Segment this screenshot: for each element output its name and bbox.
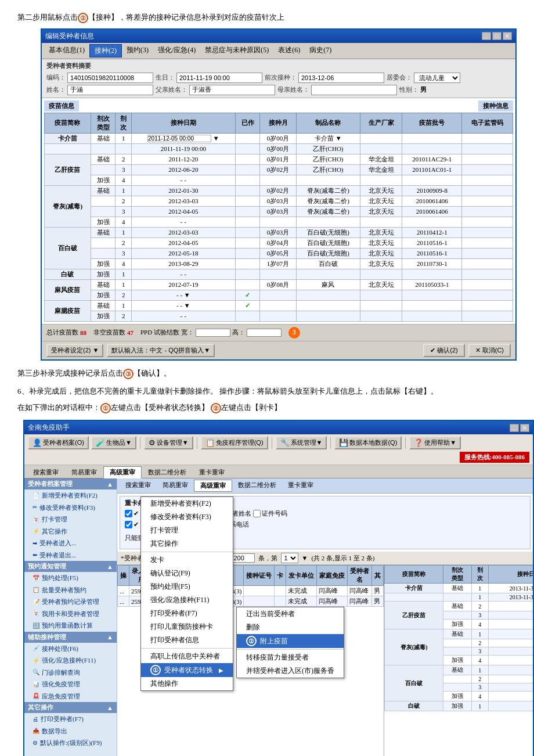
date-input[interactable]	[147, 135, 211, 142]
tab-data-analysis[interactable]: 数据二维分析	[142, 466, 193, 478]
minimize-btn-2[interactable]: _	[510, 424, 519, 432]
input-method-dropdown[interactable]: 默认输入法：中文 - QQ拼音输入▼	[107, 344, 215, 357]
tab-duplicate-review[interactable]: 重卡重审	[193, 466, 231, 478]
table-row[interactable]: 加强 2 - -	[45, 311, 513, 321]
table-row[interactable]: 脊灰(减毒) 基础 1 2012-01-30 0岁02月 脊灰(减毒二价) 北京…	[45, 185, 513, 196]
table-row[interactable]: 麻腮疫苗 基础 1 - - ▼ ✓	[45, 300, 513, 311]
maximize-btn[interactable]: □	[492, 32, 501, 40]
subctx-peel-card[interactable]: ② 附上疫苗	[237, 634, 344, 648]
ctx-print-person[interactable]: 打印受种者(F7)	[141, 607, 233, 620]
sidebar-item-exit[interactable]: ⬅ 受种者退出...	[24, 549, 117, 561]
window2-controls[interactable]: _ ✕	[510, 424, 529, 432]
mother-input[interactable]	[311, 85, 397, 95]
ctx-status-transform[interactable]: ① 受种者状态转换 ▶	[141, 663, 233, 677]
menu-description[interactable]: 表述(6)	[273, 44, 305, 57]
toolbar-bio-btn[interactable]: 🧪 生物品▼	[91, 436, 136, 449]
menu-basic-info[interactable]: 基本信息(1)	[44, 44, 89, 57]
table-row[interactable]: 加强 4 - -	[45, 217, 513, 227]
menu-vaccination[interactable]: 接种(2)	[89, 44, 122, 57]
ctx-print-info[interactable]: 打印受种者信息	[141, 633, 233, 647]
ctx-confirm-reg[interactable]: 确认登记(F9)	[141, 567, 233, 580]
sidebar-item-appt[interactable]: 📅 预约处理(F5)	[24, 572, 117, 584]
sidebar-item-add[interactable]: 📄 新增受种者资料(F2)	[24, 489, 117, 502]
subnav-search-review[interactable]: 搜索重审	[120, 480, 157, 492]
sidebar-item-default-ops[interactable]: ⚙ 默认操作:(级别区)(F9)	[24, 737, 117, 749]
ppd-width-input[interactable]	[196, 329, 230, 337]
table-row[interactable]: 白破 加强 1 - -	[45, 269, 513, 279]
confirm-button[interactable]: ✔ 确认(2)	[423, 344, 464, 357]
sidebar-item-other-ops[interactable]: ⚡ 其它操作	[24, 525, 117, 538]
sidebar-item-clinic[interactable]: 🔍 门诊排解查询	[24, 667, 117, 679]
sidebar-item-vax-process[interactable]: 💉 接种处理(F6)	[24, 643, 117, 655]
vax-date[interactable]: ▼	[131, 133, 235, 143]
table-row[interactable]: 3 2012-04-05 0岁03月 脊灰(减毒二价) 北京天坛 2010061…	[45, 206, 513, 217]
table-row[interactable]: 2 2012-03-03 0岁03月 脊灰(减毒二价) 北京天坛 2010061…	[45, 196, 513, 206]
ctx-intensive[interactable]: 强化/应急接种(F11)	[141, 593, 233, 607]
toolbar-help-btn[interactable]: ❓ 使用帮助▼	[409, 436, 461, 449]
sidebar-item-edit[interactable]: ✏ 修改受种者资料(F3)	[24, 502, 117, 514]
subctx-jurisdiction[interactable]: 并辖受种者进入区(市)服务香	[237, 664, 344, 678]
sidebar-item-export[interactable]: 📤 数据导出	[24, 725, 117, 737]
window1-controls[interactable]: _ □ ✕	[482, 32, 512, 40]
sidebar-item-intensive-vax[interactable]: ⚡ 强化/应急接种(F11)	[24, 654, 117, 667]
table-row[interactable]: 3 2012-05-18 0岁05月 百白破(无细胞) 北京天坛 2011051…	[45, 248, 513, 258]
tab-simple-review[interactable]: 简易重审	[65, 466, 103, 478]
close-btn-2[interactable]: ✕	[520, 424, 529, 432]
menu-appointment[interactable]: 预约(3)	[122, 44, 153, 57]
tab-advanced-review[interactable]: 高级重审	[103, 466, 142, 478]
sidebar-item-emergency-mgmt[interactable]: 🚨 应急免疫管理	[24, 690, 117, 703]
close-btn[interactable]: ✕	[503, 32, 512, 40]
subnav-advanced-review[interactable]: 高级重审	[194, 480, 232, 492]
table-row[interactable]: 3 2012-06-20 0岁02月 乙肝(CHO) 华北金坦 201101AC…	[45, 164, 513, 175]
ctx-upload[interactable]: 高职上传信息中关种者	[141, 650, 233, 663]
table-row[interactable]: 加强 4 - -	[45, 175, 513, 185]
check-id[interactable]	[253, 510, 261, 517]
menu-intensive[interactable]: 强化/应急(4)	[153, 44, 200, 57]
table-row[interactable]: 2011-11-19 00:00 0岁00月 乙肝(CHO)	[45, 143, 513, 154]
table-row[interactable]: 卡介苗 基础 1 ▼ 0岁00月 卡介苗 ▼	[45, 133, 513, 143]
toolbar-archive-btn[interactable]: 👤 受种者档案(O)	[28, 436, 89, 449]
sidebar-item-enter[interactable]: ➡ 受种者进入...	[24, 537, 117, 549]
code-input[interactable]	[67, 73, 153, 83]
display-count-input[interactable]	[232, 553, 255, 563]
menu-contraindication[interactable]: 禁忌症与未种原因(5)	[200, 44, 273, 57]
check-father[interactable]	[125, 521, 132, 528]
sidebar-item-enhance-mgmt[interactable]: 📊 强化免疫管理	[24, 678, 117, 690]
table-row highlight-row[interactable]: 加强 2 - - ▼ ✓	[45, 290, 513, 300]
ctx-appt[interactable]: 预约处理(F5)	[141, 580, 233, 593]
table-row[interactable]: 加强 4 2013-08-29 1岁07月 百白破 北京天坛 20110730-…	[45, 258, 513, 269]
toolbar-immune-btn[interactable]: 📋 免疫程序管理(Q)	[201, 436, 268, 449]
subctx-transfer[interactable]: 转移疫苗力量接受者	[237, 651, 344, 664]
ctx-other-action[interactable]: 其他操作	[141, 677, 233, 690]
toolbar-system-btn[interactable]: 🔧 系统管理▼	[276, 436, 327, 449]
table-row[interactable]: 2 2012-04-05 0岁04月 百白破(无细胞) 北京天坛 2011051…	[45, 237, 513, 248]
community-select[interactable]: 流动儿童	[414, 73, 460, 83]
subctx-migrate[interactable]: 迁出当前受种者	[237, 607, 344, 621]
table-row[interactable]: 乙肝疫苗 基础 2 2011-12-20 0岁01月 乙肝(CHO) 华北金坦 …	[45, 154, 513, 164]
father-input[interactable]	[189, 85, 275, 95]
toolbar-device-btn[interactable]: ⚙ 设备管理▼	[144, 436, 193, 449]
minimize-btn[interactable]: _	[482, 32, 491, 40]
settings-dropdown[interactable]: 受种者设定(2) ▼	[46, 344, 103, 357]
ctx-print-card[interactable]: 打印儿童预防接种卡	[141, 620, 233, 633]
sidebar-item-appt-records[interactable]: 📝 受种者预约记录管理	[24, 596, 117, 608]
subctx-delete[interactable]: 删除	[237, 621, 344, 634]
tab-search-review[interactable]: 搜索重审	[27, 466, 65, 478]
subnav-duplicate-card[interactable]: 重卡重审	[282, 480, 319, 492]
page-select[interactable]: 1	[281, 553, 298, 563]
sidebar-item-batch-appt[interactable]: 📋 批量受种者预约	[24, 584, 117, 596]
sidebar-item-my-card[interactable]: 🃏 我用卡和受种者管理	[24, 608, 117, 620]
cancel-button[interactable]: ✕ 取消(C)	[468, 344, 511, 357]
sidebar-item-calc[interactable]: 🔢 预约用量函数计算	[24, 620, 117, 632]
subnav-data-analysis[interactable]: 数据二维分析	[232, 480, 282, 492]
check-birthdate[interactable]	[125, 510, 132, 517]
birth-input[interactable]	[176, 73, 262, 83]
table-row[interactable]: 麻风疫苗 基础 1 2012-07-19 0岁08月 麻风 北京天坛 20110…	[45, 279, 513, 290]
subnav-simple-review[interactable]: 简易重审	[157, 480, 194, 492]
ppd-height-input[interactable]	[247, 329, 282, 337]
menu-history[interactable]: 病史(7)	[305, 44, 336, 57]
toolbar-data-btn[interactable]: 💾 数据本地数据(Q)	[334, 436, 402, 449]
last-vax-input[interactable]	[298, 73, 384, 83]
table-row[interactable]: 百白破 基础 1 2012-03-03 0岁03月 百白破(无细胞) 北京天坛 …	[45, 227, 513, 237]
name-input[interactable]	[67, 85, 153, 95]
